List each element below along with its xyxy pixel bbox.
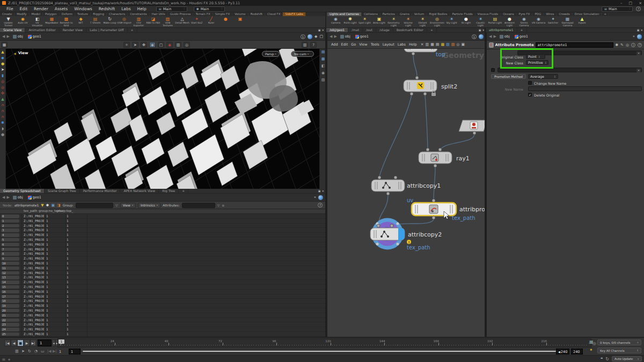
shelf-tool-caustic-light[interactable]: ☀Caustic Light <box>473 17 488 27</box>
table-row[interactable]: 12Z:/01_PROJE11 <box>0 271 325 276</box>
shelf-tab-rigging[interactable]: Rigging <box>91 12 107 16</box>
table-row[interactable]: 18Z:/01_PROJE11 <box>0 299 325 304</box>
shelf-tab-lights-and-cameras[interactable]: Lights and Cameras <box>327 12 362 16</box>
table-row[interactable]: 23Z:/01_PROJE11 <box>0 322 325 327</box>
global-range-end-field[interactable]: 240 <box>571 349 583 354</box>
shelf-tab-viscous-fluids[interactable]: Viscous Fluids <box>475 12 501 16</box>
shelf-tool-gi-light[interactable]: ●GI Light <box>459 17 473 27</box>
pane-tab-performance-monitor[interactable]: Performance Monitor <box>80 189 121 193</box>
promotion-method-label[interactable]: Promotion Method <box>491 74 526 79</box>
shelf-tool-vr-camera[interactable]: ◉VR Camera <box>531 17 546 27</box>
shelf-tool-switcher[interactable]: ✦Switcher <box>546 17 560 27</box>
lasso-select-icon[interactable]: ✧ <box>123 42 130 48</box>
stats-icon[interactable]: ▥ <box>426 42 429 47</box>
table-row[interactable]: 9Z:/01_PROJE11 <box>0 256 325 261</box>
path-node-geo1[interactable]: geo1 <box>354 34 370 40</box>
pane-tab-labs-parameter-diff[interactable]: Labs | Parameter Diff <box>86 28 127 32</box>
render-region-icon[interactable]: ◉ <box>166 42 173 48</box>
list-view-icon[interactable]: ▤ <box>436 42 440 47</box>
menu-windows[interactable]: Windows <box>71 6 95 11</box>
shelf-tool-stereo-camera[interactable]: ◉Stereo Camera <box>517 17 531 27</box>
viewport-tool-icon-1[interactable]: ◆ <box>1 56 4 60</box>
path-context-obj[interactable]: obj <box>11 34 25 40</box>
persp-camera-button[interactable]: Persp▾ <box>262 51 280 57</box>
shelf-tab-texture[interactable]: Texture <box>75 12 91 16</box>
wire-toggle-icon[interactable]: ▨ <box>321 78 325 82</box>
table-row[interactable]: 11Z:/01_PROJE11 <box>0 266 325 271</box>
pane-divider[interactable] <box>485 28 486 337</box>
shelf-tab-redshift[interactable]: Redshift <box>248 12 265 16</box>
stop-button[interactable]: ■ <box>17 339 24 346</box>
pane-tab-render-view[interactable]: Render View <box>60 28 87 32</box>
table-row[interactable]: 19Z:/01_PROJE11 <box>0 304 325 308</box>
playback-range-start-field[interactable]: 1 <box>69 349 80 354</box>
net-menu-labs[interactable]: Labs <box>396 42 407 47</box>
column-tex-path[interactable]: tex_path <box>24 209 37 212</box>
points-mode-icon[interactable]: ▼ <box>41 203 43 208</box>
table-row[interactable]: 20Z:/01_PROJE11 <box>0 308 325 313</box>
shelf-tool-inputs[interactable]: ▲Inputs <box>575 17 589 27</box>
table-row[interactable]: 8Z:/01_PROJE11 <box>0 252 325 256</box>
back-arrow-icon[interactable]: ◀ <box>2 195 5 200</box>
key-all-channels-dropdown[interactable]: Key All Channels↕ <box>597 348 641 353</box>
jump-start-button[interactable]: |◀ <box>4 339 11 346</box>
shelf-tool-make-loop[interactable]: ↻Make Loop <box>103 17 117 27</box>
viewport-tool-icon-11[interactable]: ∩ <box>1 115 4 119</box>
shelf-tab-collisions[interactable]: Collisions <box>362 12 380 16</box>
timeline-ruler[interactable]: 1 24487296120144168192216 › <box>57 338 591 348</box>
shelf-tab-grains[interactable]: Grains <box>398 12 412 16</box>
shelf-tab-characters[interactable]: Characters <box>107 12 128 16</box>
table-row[interactable]: 10Z:/01_PROJE11 <box>0 261 325 266</box>
path-node-geo1[interactable]: geo1 <box>26 34 43 40</box>
desktop-selector-1[interactable]: ⊞ Main ⫶ <box>156 6 187 12</box>
table-row[interactable]: 13Z:/01_PROJE11 <box>0 275 325 280</box>
table-row[interactable]: 3Z:/01_PROJE11 <box>0 228 325 233</box>
pane-tab-geometry-spreadsheet[interactable]: Geometry Spreadsheet <box>0 189 45 193</box>
chat-bubble-icon[interactable]: ❝ <box>601 357 603 361</box>
table-row[interactable]: 24Z:/01_PROJE11 <box>0 327 325 332</box>
table-row[interactable]: 17Z:/01_PROJE11 <box>0 294 325 299</box>
path-node-geo1[interactable]: geo1 <box>513 34 530 40</box>
pane-split-icon[interactable]: ▣ <box>318 28 321 32</box>
group-input[interactable] <box>76 203 113 208</box>
shelf-tool-distant-light[interactable]: ☀Distant Light <box>415 17 430 27</box>
shelf-tab-create[interactable]: Create <box>0 12 14 16</box>
tools-icon[interactable]: ✕ <box>421 42 424 47</box>
pane-tab-scene-graph-tree[interactable]: Scene Graph Tree <box>45 189 80 193</box>
shelf-tool-rbd-to-fbx[interactable]: ◪RBD to FBX <box>146 17 160 27</box>
menu-assets[interactable]: Assets <box>52 6 71 11</box>
pane-split-icon[interactable]: ▣ <box>637 28 640 32</box>
realtime-icon[interactable]: ◔ <box>34 349 38 353</box>
layout-columns-icon[interactable]: ▥ <box>302 42 308 48</box>
export-channels-icon[interactable]: ▥ <box>15 349 19 353</box>
viewport-tool-icon-2[interactable]: ● <box>1 62 4 66</box>
viewport-tool-icon-12[interactable]: ✱ <box>1 121 4 125</box>
viewport-tool-icon-5[interactable]: ◎ <box>1 80 4 84</box>
net-menu-layout[interactable]: Layout <box>381 42 396 47</box>
pane-tab-bookmark-editor[interactable]: Bookmark Editor <box>393 28 427 32</box>
maximize-button[interactable]: □ <box>629 1 633 5</box>
linked-pane-icon[interactable] <box>318 195 323 200</box>
shelf-tool-update-toolset[interactable]: ▼Update Toolset <box>1 17 16 27</box>
snapshot-badge[interactable]: 1 <box>301 34 305 39</box>
info-icon[interactable]: i <box>631 43 635 47</box>
search-icon[interactable]: ◎ <box>626 43 629 47</box>
shelf-tool-csv-exporter[interactable]: ▥CSV Exporter <box>131 17 146 27</box>
image-bg-icon[interactable]: ▣ <box>461 42 465 47</box>
loop-icon[interactable]: ↻ <box>28 349 31 353</box>
view-dropdown[interactable]: View▾ <box>120 203 136 208</box>
shelf-tool-t-sheets[interactable]: ▤T Sheets <box>88 17 103 27</box>
dopesheet-icon[interactable]: ▭ <box>41 349 45 353</box>
net-menu-go[interactable]: Go <box>349 42 357 47</box>
shelf-tab-modify[interactable]: Modify <box>14 12 29 16</box>
pane-tab-rig-tree[interactable]: Rig Tree <box>159 189 179 193</box>
linked-pane-icon[interactable] <box>637 34 642 39</box>
viewport-tool-icon-9[interactable]: ∩ <box>1 104 4 107</box>
pane-tab-apex-network-view[interactable]: APEX Network View <box>120 189 159 193</box>
viewport-tool-icon-8[interactable]: ▲ <box>1 98 4 101</box>
table-row[interactable]: 7Z:/01_PROJE11 <box>0 247 325 252</box>
shelf-tool-nft[interactable]: ◆NFT <box>74 17 88 27</box>
viewport-tool-icon-10[interactable]: ∩ <box>1 109 4 113</box>
play-button[interactable]: ▶ <box>24 339 30 346</box>
shelf-tab-sidefx-labs[interactable]: SideFX Labs <box>283 12 305 16</box>
